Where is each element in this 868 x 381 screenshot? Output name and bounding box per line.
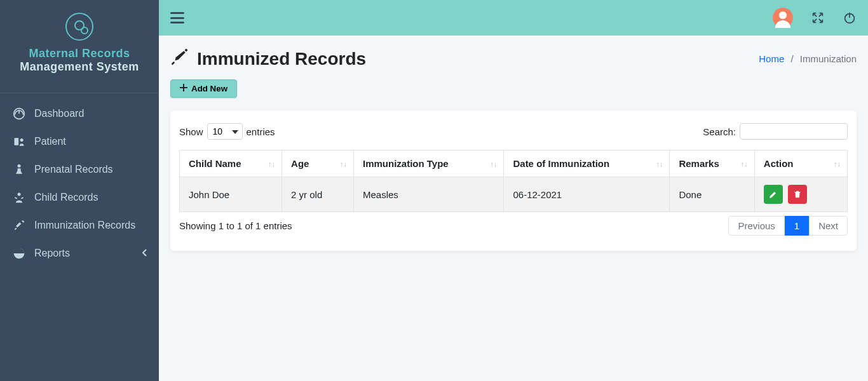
sidebar-item-label: Dashboard bbox=[34, 108, 84, 119]
brand-logo-icon bbox=[65, 13, 93, 41]
table-info: Showing 1 to 1 of 1 entries bbox=[179, 220, 292, 231]
sidebar-item-label: Child Records bbox=[34, 192, 98, 203]
records-table: Child Name ↑↓ Age ↑↓ Immunization Type ↑… bbox=[179, 150, 848, 212]
chevron-left-icon bbox=[142, 248, 147, 259]
page-1-button[interactable]: 1 bbox=[785, 216, 809, 236]
child-icon bbox=[13, 191, 25, 204]
sidebar-item-label: Reports bbox=[34, 248, 70, 259]
cell-child-name: John Doe bbox=[180, 177, 282, 212]
brand-line2: Management System bbox=[6, 60, 153, 74]
col-type[interactable]: Immunization Type ↑↓ bbox=[353, 150, 503, 177]
add-new-label: Add New bbox=[191, 84, 227, 93]
cell-age: 2 yr old bbox=[282, 177, 354, 212]
menu-toggle-icon[interactable] bbox=[170, 12, 184, 23]
col-remarks[interactable]: Remarks ↑↓ bbox=[670, 150, 754, 177]
reports-icon bbox=[13, 247, 25, 260]
syringe-icon bbox=[170, 47, 189, 70]
svg-point-2 bbox=[20, 138, 24, 142]
sidebar-item-dashboard[interactable]: Dashboard bbox=[0, 100, 159, 128]
svg-rect-5 bbox=[16, 222, 21, 227]
previous-button[interactable]: Previous bbox=[728, 216, 784, 236]
svg-rect-1 bbox=[15, 138, 19, 145]
sort-icon: ↑↓ bbox=[340, 161, 347, 166]
sidebar: Maternal Records Management System Dashb… bbox=[0, 0, 159, 381]
page-title: Immunized Records bbox=[170, 47, 366, 70]
pagination: Previous 1 Next bbox=[728, 216, 848, 236]
topbar bbox=[159, 0, 868, 36]
patient-icon bbox=[13, 135, 25, 148]
cell-action bbox=[754, 177, 847, 212]
next-button[interactable]: Next bbox=[809, 216, 848, 236]
sidebar-item-immunization[interactable]: Immunization Records bbox=[0, 211, 159, 239]
add-new-button[interactable]: Add New bbox=[170, 79, 237, 98]
prenatal-icon bbox=[13, 163, 25, 176]
breadcrumb: Home / Immunization bbox=[759, 53, 857, 64]
syringe-icon bbox=[13, 219, 25, 232]
entries-label: entries bbox=[247, 126, 275, 137]
table-row: John Doe 2 yr old Measles 06-12-2021 Don… bbox=[180, 177, 848, 212]
sort-icon: ↑↓ bbox=[268, 161, 275, 166]
sidebar-item-patient[interactable]: Patient bbox=[0, 128, 159, 156]
sort-icon: ↑↓ bbox=[741, 161, 748, 166]
brand-line1: Maternal Records bbox=[6, 47, 153, 60]
page-title-text: Immunized Records bbox=[197, 49, 366, 69]
edit-button[interactable] bbox=[764, 185, 783, 204]
svg-point-6 bbox=[779, 11, 787, 19]
sidebar-item-prenatal[interactable]: Prenatal Records bbox=[0, 156, 159, 184]
show-label: Show bbox=[179, 126, 203, 137]
cell-remarks: Done bbox=[670, 177, 754, 212]
sort-icon: ↑↓ bbox=[490, 161, 497, 166]
col-age[interactable]: Age ↑↓ bbox=[282, 150, 354, 177]
sort-icon: ↑↓ bbox=[834, 161, 841, 166]
search-control: Search: bbox=[703, 123, 848, 140]
sort-icon: ↑↓ bbox=[656, 161, 663, 166]
col-action: Action ↑↓ bbox=[754, 150, 847, 177]
svg-point-3 bbox=[18, 164, 21, 168]
sidebar-item-child[interactable]: Child Records bbox=[0, 184, 159, 211]
breadcrumb-current: Immunization bbox=[800, 53, 857, 64]
sidebar-item-reports[interactable]: Reports bbox=[0, 239, 159, 267]
records-card: Show 10 25 50 100 entries Search: bbox=[170, 110, 857, 251]
delete-button[interactable] bbox=[788, 185, 807, 204]
dashboard-icon bbox=[13, 107, 25, 120]
col-child-name[interactable]: Child Name ↑↓ bbox=[180, 150, 282, 177]
plus-icon bbox=[180, 84, 187, 93]
breadcrumb-sep: / bbox=[790, 53, 793, 64]
length-select[interactable]: 10 25 50 100 bbox=[207, 123, 243, 140]
content: Immunized Records Home / Immunization Ad… bbox=[159, 36, 868, 266]
search-input[interactable] bbox=[740, 123, 848, 140]
cell-date: 06-12-2021 bbox=[504, 177, 670, 212]
cell-type: Measles bbox=[353, 177, 503, 212]
svg-point-4 bbox=[18, 193, 21, 196]
length-control: Show 10 25 50 100 entries bbox=[179, 123, 275, 140]
col-date[interactable]: Date of Immunization ↑↓ bbox=[504, 150, 670, 177]
sidebar-nav: Dashboard Patient Prenatal Records Child… bbox=[0, 93, 159, 267]
avatar[interactable] bbox=[773, 8, 793, 28]
sidebar-item-label: Patient bbox=[34, 136, 66, 147]
sidebar-item-label: Immunization Records bbox=[34, 220, 135, 231]
fullscreen-icon[interactable] bbox=[811, 11, 825, 25]
power-icon[interactable] bbox=[843, 11, 857, 25]
search-label: Search: bbox=[703, 126, 736, 137]
sidebar-item-label: Prenatal Records bbox=[34, 164, 113, 175]
breadcrumb-home[interactable]: Home bbox=[759, 53, 784, 64]
brand: Maternal Records Management System bbox=[0, 0, 159, 93]
